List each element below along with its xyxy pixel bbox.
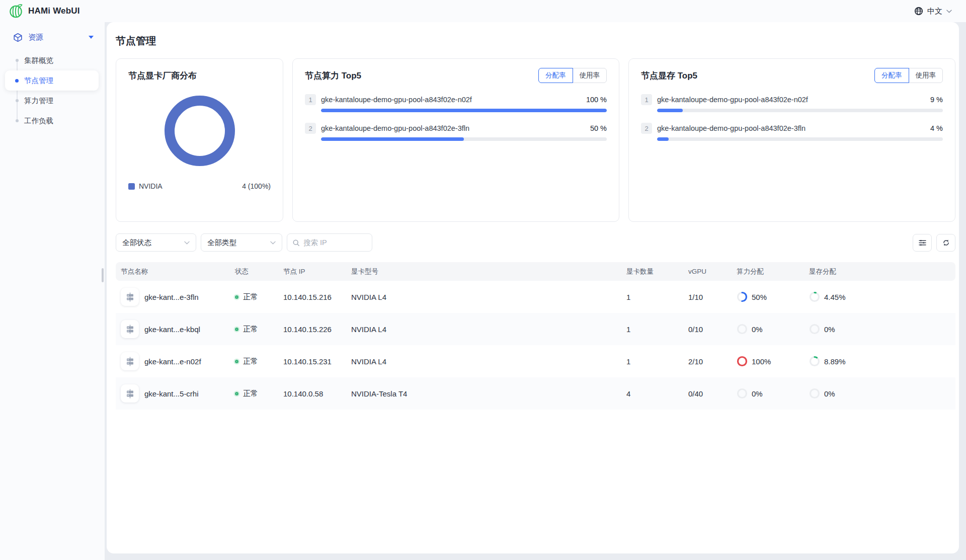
compute-alloc-value: 0% [752, 325, 763, 334]
ring-gauge-icon [737, 324, 748, 335]
memory-alloc-cell: 8.89% [809, 356, 947, 367]
table-row-1[interactable]: gke-kant...e-kbql正常10.140.15.226NVIDIA L… [116, 313, 955, 345]
node-ip-cell: 10.140.15.231 [275, 345, 343, 377]
compute-alloc-value: 50% [752, 293, 767, 301]
toggle-active-button[interactable]: 分配率 [538, 68, 573, 83]
column-settings-button[interactable] [913, 234, 932, 252]
status-ok-icon [235, 360, 238, 363]
node-name: gke-kantaloupe-demo-gpu-pool-a843f02e-n0… [321, 96, 581, 104]
ip-search-input[interactable] [303, 238, 367, 247]
tree-dot-icon [16, 119, 19, 122]
column-header-3: 显卡型号 [343, 262, 618, 281]
toggle-inactive-button[interactable]: 使用率 [573, 68, 607, 83]
brand: HAMi WebUI [9, 4, 80, 19]
gpu-count-cell: 1 [618, 345, 680, 377]
sidebar-resize-handle[interactable] [102, 268, 104, 282]
compute-alloc-cell: 100% [737, 356, 793, 367]
toggle-active-button[interactable]: 分配率 [874, 68, 909, 83]
percent-value: 9 % [930, 96, 943, 104]
sidebar: 资源 集群概览节点管理算力管理工作负载 [0, 22, 105, 560]
ring-gauge-icon [809, 324, 820, 335]
gpu-model-cell: NVIDIA-Tesla T4 [343, 377, 618, 410]
node-name: gke-kantaloupe-demo-gpu-pool-a843f02e-3f… [657, 124, 925, 132]
node-name-cell[interactable]: gke-kant...e-n02f [144, 357, 201, 366]
memory-alloc-value: 8.89% [824, 357, 846, 366]
node-name-cell[interactable]: gke-kant...e-kbql [144, 325, 200, 334]
table-row-3[interactable]: gke-kant...5-crhi正常10.140.0.58NVIDIA-Tes… [116, 377, 955, 410]
caret-down-icon [89, 36, 94, 39]
status-label: 正常 [243, 357, 258, 366]
top-bar: HAMi WebUI 中文 [0, 0, 966, 22]
compute-alloc-cell: 50% [737, 291, 793, 302]
progress-bar [321, 137, 607, 141]
sidebar-item-3[interactable]: 工作负载 [5, 111, 99, 131]
table-row-2[interactable]: gke-kant...e-n02f正常10.140.15.231NVIDIA L… [116, 345, 955, 377]
ring-gauge-icon [809, 356, 820, 367]
status-label: 正常 [243, 325, 258, 334]
ring-gauge-icon [737, 388, 748, 399]
sidebar-item-label: 节点管理 [24, 76, 53, 86]
table-header-row: 节点名称状态节点 IP显卡型号显卡数量vGPU算力分配显存分配 [116, 262, 955, 281]
vgpu-cell: 1/10 [680, 281, 729, 313]
status-ok-icon [235, 392, 238, 395]
ring-gauge-icon [737, 356, 748, 367]
rank-badge: 2 [641, 123, 652, 134]
search-icon [292, 239, 300, 247]
ring-gauge-icon [809, 388, 820, 399]
type-filter-select[interactable]: 全部类型 [201, 233, 282, 252]
memory-alloc-cell: 4.45% [809, 291, 947, 302]
rank-badge: 1 [641, 94, 652, 105]
memory-alloc-value: 4.45% [824, 293, 846, 301]
status-filter-value: 全部状态 [122, 238, 151, 248]
node-icon-box [121, 384, 139, 403]
vendor-donut-chart [165, 96, 235, 166]
node-name-cell[interactable]: gke-kant...e-3fln [144, 293, 199, 301]
gpu-count-cell: 1 [618, 281, 680, 313]
node-icon-box [121, 320, 139, 338]
legend-swatch-nvidia [128, 183, 135, 190]
page-title: 节点管理 [116, 22, 955, 58]
sidebar-group-resources[interactable]: 资源 [0, 28, 105, 46]
progress-bar [657, 137, 943, 141]
tree-dot-icon [15, 79, 19, 83]
node-name-cell[interactable]: gke-kant...5-crhi [144, 389, 199, 398]
compute-alloc-cell: 0% [737, 324, 793, 335]
language-selector[interactable]: 中文 [914, 7, 952, 16]
compute-alloc-cell: 0% [737, 388, 793, 399]
column-header-5: vGPU [680, 262, 729, 281]
vgpu-cell: 0/10 [680, 313, 729, 345]
column-settings-icon [918, 238, 927, 247]
node-ip-cell: 10.140.0.58 [275, 377, 343, 410]
gpu-count-cell: 4 [618, 377, 680, 410]
memory-top5-card: 节点显存 Top5 分配率使用率 1gke-kantaloupe-demo-gp… [628, 58, 955, 222]
compute-alloc-value: 100% [752, 357, 771, 366]
status-filter-select[interactable]: 全部状态 [116, 233, 196, 252]
node-ip-cell: 10.140.15.216 [275, 281, 343, 313]
toggle-inactive-button[interactable]: 使用率 [909, 68, 943, 83]
type-filter-value: 全部类型 [207, 238, 236, 248]
node-server-icon [125, 389, 135, 398]
percent-value: 4 % [930, 124, 943, 132]
tree-dot-icon [16, 99, 19, 102]
memory-alloc-value: 0% [824, 325, 835, 334]
vgpu-cell: 0/40 [680, 377, 729, 410]
compute-rate-toggle: 分配率使用率 [538, 68, 607, 83]
gpu-vendor-card: 节点显卡厂商分布 NVIDIA 4 (100%) [116, 58, 283, 222]
progress-bar [657, 109, 943, 112]
vendor-card-title: 节点显卡厂商分布 [128, 69, 271, 83]
sidebar-item-2[interactable]: 算力管理 [5, 91, 99, 111]
ring-gauge-icon [737, 291, 748, 302]
progress-bar [321, 109, 607, 112]
compute-top5-card: 节点算力 Top5 分配率使用率 1gke-kantaloupe-demo-gp… [292, 58, 619, 222]
sidebar-item-0[interactable]: 集群概览 [5, 50, 99, 70]
node-icon-box [121, 352, 139, 370]
node-icon-box [121, 288, 139, 306]
table-row-0[interactable]: gke-kant...e-3fln正常10.140.15.216NVIDIA L… [116, 281, 955, 313]
sidebar-item-1[interactable]: 节点管理 [5, 70, 99, 91]
node-name: gke-kantaloupe-demo-gpu-pool-a843f02e-n0… [657, 96, 925, 104]
sidebar-item-label: 工作负载 [24, 116, 53, 126]
rank-badge: 2 [305, 123, 316, 134]
percent-value: 50 % [590, 124, 607, 132]
refresh-button[interactable] [936, 234, 955, 252]
gpu-model-cell: NVIDIA L4 [343, 345, 618, 377]
